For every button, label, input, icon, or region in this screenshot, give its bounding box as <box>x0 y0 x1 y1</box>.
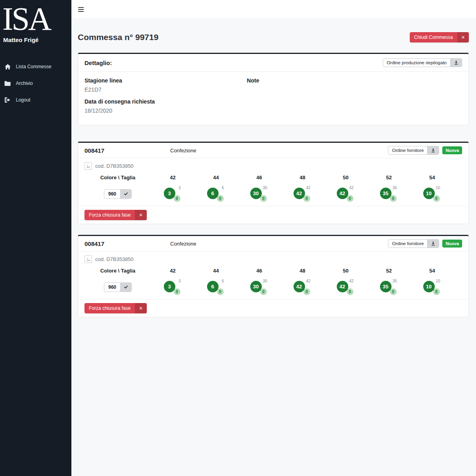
download-icon[interactable] <box>427 146 439 154</box>
qty-badge[interactable]: 30 <box>250 188 262 199</box>
qty-badge[interactable]: 10 <box>423 281 435 292</box>
status-badge[interactable]: Nuova <box>442 240 462 248</box>
sidebar-menu: Lista Commesse Archivio Logout <box>0 58 71 108</box>
file-image-icon[interactable] <box>84 162 92 170</box>
qty-cell: 42 42 0 <box>324 279 367 295</box>
qty-total: 30 <box>263 279 267 283</box>
phase-code: 008417 <box>84 240 170 247</box>
color-select[interactable]: 960 <box>104 189 132 199</box>
detail-card: Dettaglio: Ordine produzione riepilogato… <box>78 53 469 125</box>
chiudi-commessa-button[interactable]: Chiudi Commessa ✕ <box>410 32 469 42</box>
qty-done-badge: 0 <box>390 288 397 295</box>
color-code[interactable]: 960 <box>104 283 120 292</box>
corner-label: Colore \ Taglia <box>84 175 151 180</box>
forza-chiusura-label[interactable]: Forza chiusura fase <box>84 303 135 313</box>
phase-actions: Ordine fornitore Nuova <box>388 146 462 155</box>
qty-done-badge: 0 <box>347 288 353 295</box>
sidebar-item-label: Lista Commesse <box>16 64 51 69</box>
qty-cell: 6 6 0 <box>194 186 238 202</box>
qty-badge[interactable]: 35 <box>380 281 392 292</box>
content: Commessa n° 99719 Chiudi Commessa ✕ Dett… <box>71 32 476 317</box>
qty-done-badge: 0 <box>303 195 310 202</box>
qty-done-badge: 0 <box>217 288 224 295</box>
qty-widget: 30 30 0 <box>250 279 269 295</box>
sidebar: ISA Matteo Frigé Lista Commesse Archivio… <box>0 0 71 476</box>
qty-done-badge: 0 <box>174 195 180 202</box>
qty-widget: 35 35 0 <box>380 186 398 202</box>
qty-done-badge: 0 <box>217 195 224 202</box>
ordine-fornitore-button[interactable]: Ordine fornitore <box>388 146 439 155</box>
size-header: 48 <box>281 268 324 274</box>
phase-card-body: cod. D7B353850 Colore \ Taglia 42 44 46 … <box>78 251 468 299</box>
user-name: Matteo Frigé <box>0 35 71 43</box>
sidebar-item-label: Logout <box>16 97 31 103</box>
sidebar-item-archivio[interactable]: Archivio <box>0 75 71 92</box>
phase-name: Confezione <box>170 148 388 154</box>
qty-done-badge: 0 <box>303 288 310 295</box>
qty-total: 10 <box>436 279 440 283</box>
ordine-fornitore-button[interactable]: Ordine fornitore <box>388 239 439 248</box>
qty-badge[interactable]: 42 <box>294 281 305 292</box>
detail-card-body: Stagione linea E21D7 Note Data di conseg… <box>78 72 468 125</box>
corner-label: Colore \ Taglia <box>84 268 151 274</box>
size-header: 52 <box>367 268 411 274</box>
folder-icon <box>4 80 11 86</box>
phase-card: 008417 Confezione Ordine fornitore Nuova <box>78 235 469 317</box>
qty-cell: 42 42 0 <box>281 279 324 295</box>
sidebar-item-label: Archivio <box>16 81 33 86</box>
topbar <box>71 0 476 19</box>
qty-badge[interactable]: 6 <box>207 188 219 199</box>
sidebar-item-lista-commesse[interactable]: Lista Commesse <box>0 58 71 75</box>
note-label: Note <box>247 77 462 84</box>
phase-card-footer: Forza chiusura fase ✕ <box>78 206 468 224</box>
qty-widget: 42 42 0 <box>337 279 355 295</box>
size-header: 48 <box>281 175 324 180</box>
forza-chiusura-button[interactable]: Forza chiusura fase ✕ <box>84 210 147 220</box>
chiudi-commessa-label[interactable]: Chiudi Commessa <box>410 32 457 42</box>
qty-badge[interactable]: 10 <box>423 188 435 199</box>
ordine-produzione-button[interactable]: Ordine produzione riepilogato <box>383 58 462 67</box>
size-header: 50 <box>324 175 367 180</box>
size-header: 52 <box>367 175 411 180</box>
ordine-fornitore-label[interactable]: Ordine fornitore <box>388 146 427 154</box>
qty-total: 6 <box>222 186 224 190</box>
forza-chiusura-label[interactable]: Forza chiusura fase <box>84 210 135 220</box>
item-code: cod. D7B353850 <box>95 163 134 169</box>
qty-widget: 42 42 0 <box>294 186 312 202</box>
file-image-icon[interactable] <box>84 255 92 263</box>
color-code[interactable]: 960 <box>104 190 120 198</box>
ordine-fornitore-label[interactable]: Ordine fornitore <box>388 240 427 248</box>
qty-badge[interactable]: 42 <box>337 188 348 199</box>
sidebar-item-logout[interactable]: Logout <box>0 92 71 108</box>
close-icon[interactable]: ✕ <box>135 210 146 220</box>
color-row: 960 3 3 0 <box>84 279 462 295</box>
phase-code: 008417 <box>84 147 170 154</box>
qty-badge[interactable]: 6 <box>207 281 219 292</box>
qty-badge[interactable]: 42 <box>337 281 348 292</box>
stagione-field: Stagione linea E21D7 <box>84 77 247 93</box>
close-icon[interactable]: ✕ <box>135 303 146 313</box>
download-icon[interactable] <box>427 240 439 248</box>
qty-badge[interactable]: 3 <box>164 281 175 292</box>
check-icon[interactable] <box>120 190 131 198</box>
qty-badge[interactable]: 30 <box>250 281 262 292</box>
status-badge[interactable]: Nuova <box>442 146 462 154</box>
size-header: 44 <box>194 175 238 180</box>
close-icon[interactable]: ✕ <box>457 32 469 42</box>
menu-icon[interactable] <box>78 7 84 12</box>
download-icon[interactable] <box>450 59 462 67</box>
qty-badge[interactable]: 3 <box>164 188 175 199</box>
page-title: Commessa n° 99719 <box>78 33 158 42</box>
size-header: 54 <box>411 175 454 180</box>
color-select[interactable]: 960 <box>104 282 132 292</box>
check-icon[interactable] <box>120 283 131 292</box>
ordine-produzione-label[interactable]: Ordine produzione riepilogato <box>383 59 450 67</box>
qty-cell: 10 10 0 <box>411 279 454 295</box>
qty-badge[interactable]: 35 <box>380 188 392 199</box>
logout-icon <box>4 97 11 103</box>
qty-badge[interactable]: 42 <box>294 188 305 199</box>
qty-total: 6 <box>222 279 224 283</box>
qty-widget: 10 10 0 <box>423 279 441 295</box>
qty-cell: 6 6 0 <box>194 279 238 295</box>
forza-chiusura-button[interactable]: Forza chiusura fase ✕ <box>84 303 147 313</box>
